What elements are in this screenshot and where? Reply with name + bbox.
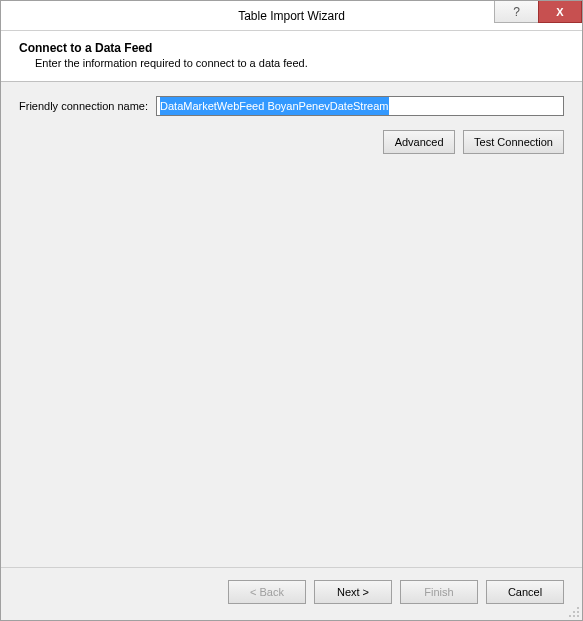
help-icon: ? — [513, 5, 520, 19]
back-button[interactable]: < Back — [228, 580, 306, 604]
close-button[interactable]: X — [538, 1, 582, 23]
svg-point-2 — [577, 611, 579, 613]
svg-point-1 — [573, 611, 575, 613]
next-button[interactable]: Next > — [314, 580, 392, 604]
cancel-button[interactable]: Cancel — [486, 580, 564, 604]
page-subtitle: Enter the information required to connec… — [19, 57, 564, 69]
test-connection-button[interactable]: Test Connection — [463, 130, 564, 154]
close-icon: X — [556, 6, 563, 18]
connection-button-row: Advanced Test Connection — [19, 130, 564, 154]
svg-point-0 — [577, 607, 579, 609]
wizard-header: Connect to a Data Feed Enter the informa… — [1, 31, 582, 81]
friendly-name-input[interactable]: DataMarketWebFeed BoyanPenevDateStream — [156, 96, 564, 116]
advanced-button[interactable]: Advanced — [383, 130, 455, 154]
help-button[interactable]: ? — [494, 1, 538, 23]
friendly-name-value: DataMarketWebFeed BoyanPenevDateStream — [160, 97, 388, 115]
wizard-window: Table Import Wizard ? X Connect to a Dat… — [0, 0, 583, 621]
titlebar-controls: ? X — [494, 1, 582, 30]
wizard-footer: < Back Next > Finish Cancel — [1, 567, 582, 620]
resize-grip-icon — [568, 606, 580, 618]
wizard-body: Friendly connection name: DataMarketWebF… — [1, 82, 582, 567]
svg-point-4 — [573, 615, 575, 617]
svg-point-3 — [569, 615, 571, 617]
page-title: Connect to a Data Feed — [19, 41, 564, 55]
titlebar: Table Import Wizard ? X — [1, 1, 582, 31]
finish-button[interactable]: Finish — [400, 580, 478, 604]
svg-point-5 — [577, 615, 579, 617]
friendly-name-label: Friendly connection name: — [19, 100, 148, 112]
friendly-name-row: Friendly connection name: DataMarketWebF… — [19, 96, 564, 116]
